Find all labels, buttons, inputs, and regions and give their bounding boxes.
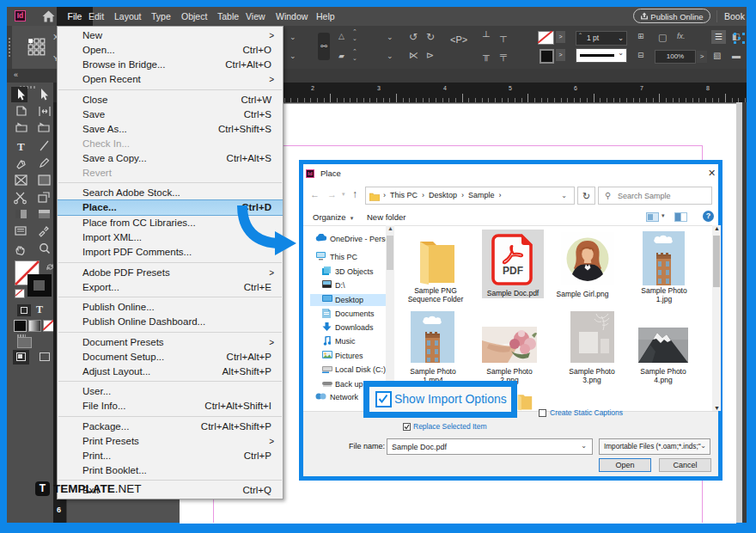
svg-text:PDF: PDF xyxy=(503,265,523,277)
svg-text:T: T xyxy=(17,140,25,153)
